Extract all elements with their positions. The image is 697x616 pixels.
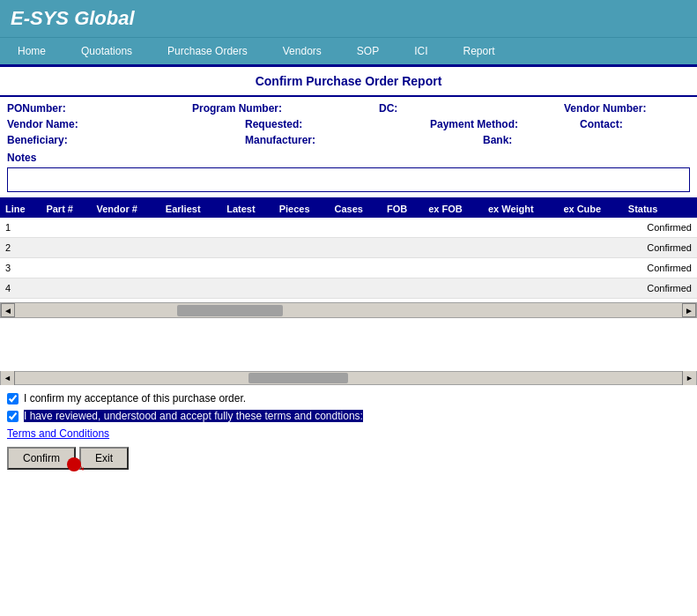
- bottom-scrollbar[interactable]: ◄ ►: [0, 371, 697, 385]
- notes-input[interactable]: [7, 167, 690, 192]
- cell-exfob: [423, 218, 483, 238]
- col-vendor: Vendor #: [91, 200, 159, 218]
- table-row: 4Confirmed: [0, 278, 697, 299]
- cell-part: [41, 278, 91, 299]
- report-container: Confirm Purchase Order Report PONumber: …: [0, 67, 697, 385]
- cell-pieces: [274, 278, 330, 299]
- scroll-left-arrow[interactable]: ◄: [1, 303, 15, 317]
- col-exfob: ex FOB: [423, 200, 483, 218]
- confirm-acceptance-label: I confirm my acceptance of this purchase…: [24, 392, 246, 404]
- payment-method-label: Payment Method:: [430, 118, 518, 130]
- cell-vendor: [91, 238, 159, 258]
- table-row: 3Confirmed: [0, 258, 697, 278]
- cell-latest: [221, 218, 274, 238]
- col-status: Status: [623, 200, 697, 218]
- accept-terms-checkbox[interactable]: [7, 411, 19, 422]
- bottom-scroll-right[interactable]: ►: [682, 371, 696, 385]
- form-row-2: Vendor Name: Requested: Payment Method: …: [7, 118, 690, 130]
- vendor-number-label: Vendor Number:: [564, 102, 652, 115]
- nav-report[interactable]: Report: [446, 38, 513, 64]
- form-row-1: PONumber: Program Number: DC: Vendor Num…: [7, 102, 690, 115]
- nav-quotations[interactable]: Quotations: [63, 38, 150, 64]
- cell-cases: [329, 238, 382, 258]
- cell-latest: [221, 258, 274, 278]
- nav-home[interactable]: Home: [0, 38, 63, 64]
- cell-line: 2: [0, 238, 41, 258]
- nav-purchase-orders[interactable]: Purchase Orders: [150, 38, 265, 64]
- cell-status: Confirmed: [623, 218, 697, 238]
- cell-excube: [558, 258, 622, 278]
- cell-exweight: [483, 278, 558, 299]
- table-body: 1Confirmed2Confirmed3Confirmed4Confirmed: [0, 218, 697, 299]
- table-row: 2Confirmed: [0, 238, 697, 258]
- cell-status: Confirmed: [623, 278, 697, 299]
- cell-latest: [221, 278, 274, 299]
- cell-earliest: [160, 218, 221, 238]
- notes-label: Notes: [7, 152, 690, 164]
- checkbox-row-2: I have reviewed, understood and accept f…: [7, 410, 690, 422]
- col-excube: ex Cube: [558, 200, 622, 218]
- confirm-button[interactable]: Confirm: [7, 447, 76, 470]
- cell-exweight: [483, 238, 558, 258]
- empty-space: [0, 318, 697, 371]
- scroll-thumb[interactable]: [177, 305, 283, 316]
- cell-exweight: [483, 218, 558, 238]
- terms-and-conditions-link[interactable]: Terms and Conditions: [7, 427, 690, 440]
- cell-excube: [558, 238, 622, 258]
- cell-vendor: [91, 278, 159, 299]
- col-latest: Latest: [221, 200, 274, 218]
- cell-cases: [329, 258, 382, 278]
- cell-line: 3: [0, 258, 41, 278]
- cell-cases: [329, 278, 382, 299]
- horizontal-scrollbar[interactable]: ◄ ►: [0, 302, 697, 318]
- cell-earliest: [160, 278, 221, 299]
- accept-terms-label: I have reviewed, understood and accept f…: [24, 410, 363, 422]
- footer-area: I confirm my acceptance of this purchase…: [0, 385, 697, 477]
- scroll-right-arrow[interactable]: ►: [682, 303, 696, 317]
- cell-line: 1: [0, 218, 41, 238]
- cell-cases: [329, 218, 382, 238]
- col-cases: Cases: [329, 200, 382, 218]
- bank-label: Bank:: [483, 134, 571, 146]
- cell-exfob: [423, 258, 483, 278]
- cell-line: 4: [0, 278, 41, 299]
- program-number-label: Program Number:: [192, 102, 282, 115]
- dc-label: DC:: [379, 102, 467, 115]
- cell-status: Confirmed: [623, 238, 697, 258]
- cell-part: [41, 238, 91, 258]
- col-line: Line: [0, 200, 41, 218]
- cell-vendor: [91, 258, 159, 278]
- confirm-acceptance-checkbox[interactable]: [7, 393, 19, 404]
- nav-ici[interactable]: ICI: [397, 38, 445, 64]
- data-table: Line Part # Vendor # Earliest Latest Pie…: [0, 200, 697, 299]
- table-header-row: Line Part # Vendor # Earliest Latest Pie…: [0, 200, 697, 218]
- button-row: Confirm ↓ Exit: [7, 447, 690, 470]
- table-area: Line Part # Vendor # Earliest Latest Pie…: [0, 200, 697, 299]
- report-title: Confirm Purchase Order Report: [0, 67, 697, 97]
- bottom-scroll-left[interactable]: ◄: [1, 371, 15, 385]
- header: E-SYS Global: [0, 0, 697, 37]
- cell-vendor: [91, 218, 159, 238]
- cell-pieces: [274, 238, 330, 258]
- cell-exweight: [483, 258, 558, 278]
- cell-part: [41, 218, 91, 238]
- cell-pieces: [274, 218, 330, 238]
- exit-button[interactable]: Exit: [79, 447, 129, 470]
- cell-status: Confirmed: [623, 258, 697, 278]
- cell-latest: [221, 238, 274, 258]
- cell-earliest: [160, 238, 221, 258]
- nav-vendors[interactable]: Vendors: [265, 38, 339, 64]
- nav-sop[interactable]: SOP: [339, 38, 397, 64]
- vendor-name-label: Vendor Name:: [7, 118, 95, 130]
- bottom-scroll-thumb[interactable]: [248, 373, 349, 383]
- form-row-3: Beneficiary: Manufacturer: Bank:: [7, 134, 690, 146]
- cell-excube: [558, 278, 622, 299]
- notes-section: Notes: [7, 152, 690, 192]
- cell-part: [41, 258, 91, 278]
- beneficiary-label: Beneficiary:: [7, 134, 95, 146]
- nav-bar: Home Quotations Purchase Orders Vendors …: [0, 37, 697, 64]
- manufacturer-label: Manufacturer:: [245, 134, 333, 146]
- cell-excube: [558, 218, 622, 238]
- col-exweight: ex Weight: [483, 200, 558, 218]
- po-number-label: PONumber:: [7, 102, 95, 115]
